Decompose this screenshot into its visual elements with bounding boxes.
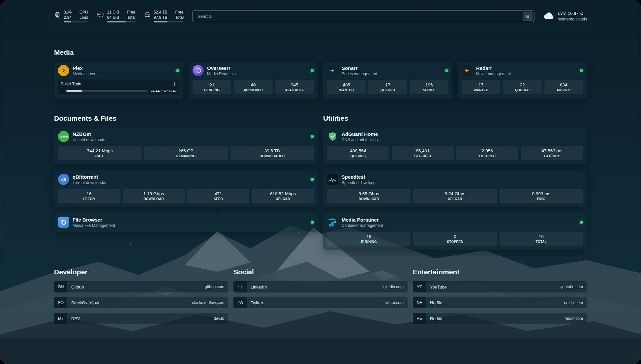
stat-label: FILTERED — [457, 154, 518, 158]
service-name: AdGuard Home — [342, 131, 378, 137]
gear-icon[interactable] — [172, 82, 177, 86]
bookmark-url: dev.to — [214, 316, 224, 321]
bookmark-reddit[interactable]: RE Reddit reddit.com — [413, 313, 587, 324]
stat-label: PENDING — [193, 88, 230, 92]
status-indicator — [311, 178, 314, 181]
stat-label: QUEUED — [504, 88, 541, 92]
utilities-column: Utilities — [323, 114, 587, 250]
bookmark-abbr: NF — [413, 297, 426, 308]
cpu-percent: 31% — [64, 10, 72, 15]
stat-box: 1.19 Gbps DOWNLOAD — [123, 189, 185, 203]
section-title-media: Media — [54, 48, 587, 56]
bookmark-linkedin[interactable]: LI LinkedIn linkedin.com — [233, 281, 408, 292]
bookmark-abbr: SO — [54, 297, 67, 308]
bookmark-abbr: LI — [233, 281, 247, 292]
stat-box: 498,564 QUERIES — [327, 146, 389, 160]
stat-label: APPROVED — [234, 88, 272, 92]
service-card-nzbget[interactable]: nzbget NZBGet Usenet downloader 744.21 M… — [54, 128, 318, 164]
memory-usage-bar — [107, 21, 136, 22]
top-bar: 31% 2.94 CPU Load — [54, 10, 587, 22]
stat-label: SEED — [188, 197, 249, 201]
stat-value: 498,564 — [328, 148, 388, 153]
disk-free-label: Free — [175, 10, 184, 15]
plex-icon — [58, 65, 69, 76]
service-card-radarr[interactable]: Radarr Movie management 17 WANTED 22 QUE… — [458, 62, 587, 99]
service-name: File Browser — [73, 217, 115, 223]
bookmark-group-title: Social — [233, 268, 408, 276]
stat-label: DOWNLOAD — [328, 197, 410, 201]
stat-box: 9.24 Gbps UPLOAD — [413, 189, 497, 203]
service-card-speedtest[interactable]: Speedtest Speedtest Tracking 9.65 Gbps D… — [323, 170, 587, 207]
section-title-utilities: Utilities — [323, 114, 587, 122]
stat-label: RATE — [59, 154, 141, 158]
bookmark-github[interactable]: GH Github github.com — [54, 281, 228, 292]
adguard-icon — [327, 131, 338, 142]
snow-particles — [0, 0, 1, 1]
disk-free: 52.4 TB — [154, 10, 168, 15]
cpu-load-label: Load — [79, 15, 88, 20]
dashboard-screen: 31% 2.94 CPU Load — [0, 0, 641, 364]
service-subtitle: Container management — [342, 223, 383, 228]
service-card-overseerr[interactable]: Overseerr Media Requests 21 PENDING 40 A… — [189, 62, 318, 99]
bookmark-abbr: YT — [413, 281, 426, 292]
search-provider-button[interactable]: G — [523, 12, 533, 21]
bookmark-youtube[interactable]: YT YouTube youtube.com — [413, 281, 587, 292]
pause-icon[interactable] — [61, 89, 63, 93]
playback-progress-bar[interactable] — [66, 90, 147, 92]
service-card-qbittorrent[interactable]: qb qBittorrent Torrent downloader 16 — [54, 170, 318, 207]
portainer-icon — [327, 217, 338, 228]
service-card-plex[interactable]: Plex Media server Bullet Train — [54, 62, 183, 99]
search-bar: G — [192, 10, 534, 22]
service-name: Speedtest — [342, 174, 376, 180]
cpu-label: CPU — [79, 10, 88, 15]
stat-value: 485 — [328, 82, 365, 87]
bookmark-url: github.com — [205, 285, 224, 289]
stat-box: 21 PENDING — [193, 80, 231, 94]
stat-label: RUNNING — [328, 240, 410, 244]
service-name: Radarr — [476, 65, 511, 71]
stat-value: 0.993 ms — [500, 191, 582, 196]
service-subtitle: Movie management — [476, 72, 511, 76]
nzbget-icon: nzbget — [58, 131, 69, 142]
stat-box: 39.6 TB DOWNLOADED — [230, 146, 314, 160]
stat-value: 22 — [504, 82, 541, 87]
stat-value: 16 — [500, 234, 582, 239]
stat-box: 16 TOTAL — [500, 232, 583, 246]
status-indicator — [311, 135, 314, 138]
radarr-icon — [462, 65, 473, 76]
service-card-portainer[interactable]: Media Portainer Container management 16 … — [323, 213, 587, 250]
stat-label: DOWNLOAD — [123, 197, 184, 201]
service-name: qBittorrent — [73, 174, 107, 180]
cpu-usage-bar — [64, 21, 88, 22]
stat-box: 266 GB REMAINING — [144, 146, 228, 160]
service-card-adguard[interactable]: AdGuard Home DNS and adblocking 498,564 … — [323, 128, 587, 164]
bookmark-netflix[interactable]: NF Netflix netflix.com — [413, 297, 587, 308]
bookmark-name: Github — [71, 285, 84, 289]
service-card-filebrowser[interactable]: File Browser Media File Management — [54, 213, 318, 232]
stat-box: 17 QUEUED — [368, 80, 407, 94]
service-card-sonarr[interactable]: Sonarr Series management 485 WANTED 17 Q… — [323, 62, 452, 99]
stat-label: BLOCKED — [392, 154, 453, 158]
stat-value: 16 — [328, 234, 410, 239]
stat-box: 47.569 ms LATENCY — [521, 146, 583, 160]
service-subtitle: Series management — [342, 72, 377, 76]
disk-total: 97.9 TB — [154, 15, 168, 20]
stat-box: 0.993 ms PING — [500, 189, 583, 203]
cpu-load: 2.94 — [64, 15, 72, 20]
bookmark-url: netflix.com — [564, 300, 583, 305]
bookmark-twitter[interactable]: TW Twitter twitter.com — [233, 297, 408, 308]
bookmark-dev[interactable]: DT DEV dev.to — [54, 313, 228, 324]
memory-total: 64 GiB — [107, 15, 119, 20]
filebrowser-icon — [58, 217, 69, 228]
stat-value: 618.52 Mbps — [253, 191, 313, 196]
stat-box: 196 SERIES — [410, 80, 448, 94]
stat-box: 945 AVAILABLE — [275, 80, 314, 94]
search-input[interactable] — [194, 14, 523, 19]
stat-label: AVAILABLE — [276, 88, 313, 92]
memory-free-label: Free — [127, 10, 135, 15]
bookmark-stackoverflow[interactable]: SO StackOverflow stackoverflow.com — [54, 297, 228, 308]
bookmark-group-social: Social LI LinkedIn linkedin.com TW Twitt… — [233, 268, 408, 313]
service-name: Overseerr — [207, 65, 236, 71]
stat-value: 471 — [188, 191, 249, 196]
status-indicator — [311, 69, 314, 72]
